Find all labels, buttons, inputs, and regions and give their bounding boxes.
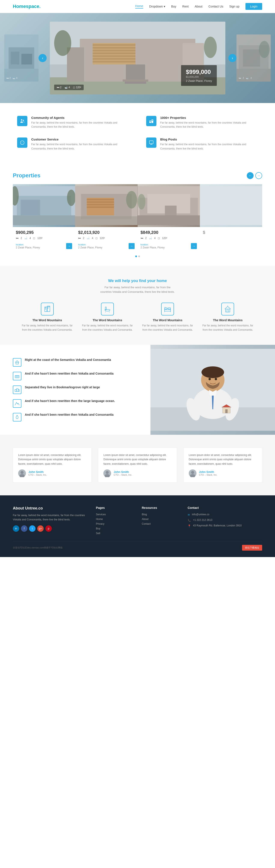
property-img-1 [75, 184, 137, 227]
footer-link-sell[interactable]: Sell [96, 532, 133, 535]
agent-section: Right at the coast of the Semantics Voka… [0, 345, 275, 435]
author-role-1: CTO – Slack, Inc. [114, 473, 132, 476]
area-icon: ◻ [158, 237, 160, 240]
nav-signup[interactable]: Sign up [229, 5, 239, 8]
author-role-0: CTO – Slack, Inc. [29, 473, 47, 476]
testimonial-author-1: John Smith CTO – Slack, Inc. [103, 469, 171, 477]
property-info-0: $900,295 🛏2 🛁4 ◻120² [13, 227, 75, 243]
footer-link-contact[interactable]: Contact [142, 522, 179, 525]
help-feature-0: The Word Mountains Far far away, behind … [17, 303, 77, 332]
agent-item-text-2: Separated they live in Bookmarksgrove ri… [25, 385, 100, 390]
svg-point-30 [23, 120, 24, 121]
property-img-0 [13, 184, 75, 227]
svg-point-108 [106, 471, 109, 474]
footer-link-blog[interactable]: Blog [142, 513, 179, 516]
svg-point-102 [208, 378, 211, 380]
help-feature-icon-3 [221, 303, 234, 315]
footer-pages-col: Pages Services Home Privacy Buy Sell [96, 506, 133, 535]
property-detail-btn-2[interactable]: → [191, 243, 197, 249]
property-footer-0: location: 2 Zwair Place, Florey → [13, 243, 75, 251]
footer-link-services[interactable]: Services [96, 513, 133, 516]
svg-rect-51 [87, 204, 114, 206]
feature-item-0: Community of Agents Far far away, behind… [17, 116, 129, 129]
svg-rect-66 [48, 307, 48, 307]
feature-desc-2: Far far away, behind the word mountains,… [31, 143, 129, 151]
author-avatar-0 [18, 469, 26, 477]
testimonial-author-2: John Smith CTO – Slack, Inc. [189, 469, 257, 477]
svg-rect-15 [93, 58, 135, 60]
testimonial-author-0: John Smith CTO – Slack, Inc. [18, 469, 86, 477]
property-info-3: $ [200, 227, 262, 239]
feature-item-1: 1000+ Properties Far far away, behind th… [146, 116, 258, 129]
svg-rect-88 [16, 389, 18, 392]
svg-rect-61 [200, 186, 262, 225]
svg-point-21 [204, 37, 217, 58]
agent-item-title-3: And if she hasn't been rewritten then th… [25, 399, 115, 403]
help-feature-desc-3: Far far away, behind the word mountains,… [202, 323, 253, 332]
nav-buy[interactable]: Buy [171, 5, 176, 8]
construction-icon [15, 374, 20, 378]
footer-link-privacy[interactable]: Privacy [96, 522, 133, 525]
footer-link-home[interactable]: Home [96, 518, 133, 521]
properties-nav-arrows: ← → [247, 172, 262, 179]
feature-desc-1: Far far away, behind the word mountains,… [160, 121, 258, 129]
property-detail-btn-0[interactable]: → [66, 243, 72, 249]
help-feature-icon-0 [41, 303, 54, 315]
svg-point-105 [21, 471, 24, 474]
help-feature-desc-2: Far far away, behind the word mountains,… [142, 323, 194, 332]
agent-item-2: Separated they live in Bookmarksgrove ri… [13, 385, 138, 394]
property-detail-btn-1[interactable]: → [129, 243, 135, 249]
svg-rect-3 [22, 54, 32, 64]
svg-rect-53 [75, 216, 137, 225]
water-icon [15, 415, 20, 420]
hero-stat-area: ◻ 120² [73, 86, 81, 89]
hero-thumb-right: 🛏 2 🛁 4 [237, 34, 271, 82]
beds-icon: 🛏 [16, 237, 19, 240]
social-facebook[interactable]: f [21, 525, 27, 532]
location-icon: 📍 [188, 525, 191, 527]
hero-thumb-left: 🛏 2 🛁 4 [4, 34, 38, 82]
footer-link-buy[interactable]: Buy [96, 527, 133, 530]
property-img-3 [200, 184, 262, 227]
social-twitter[interactable]: t [29, 525, 36, 532]
properties-next-arrow[interactable]: → [255, 172, 262, 179]
property-card-3: $ [200, 184, 262, 251]
svg-point-28 [259, 41, 270, 58]
properties-section: Properties ← → $900,295 🛏2 [0, 164, 275, 266]
property-location-1: location: 2 Zwair Place, Florey [78, 243, 102, 249]
agent-item-title-2: Separated they live in Bookmarksgrove ri… [25, 385, 100, 389]
hero-next-button[interactable]: › [228, 54, 237, 62]
nav-contact[interactable]: Contact Us [208, 5, 223, 8]
nav-about[interactable]: About [195, 5, 202, 8]
social-pinterest[interactable]: p [45, 525, 52, 532]
footer-download-button[interactable]: 前往下载地址 [242, 545, 262, 551]
hero-thumb-info-left: 🛏 2 🛁 4 [6, 77, 17, 80]
property-location-2: location: 2 Zwair Place, Florey [141, 243, 165, 249]
nav-home[interactable]: Home [135, 4, 143, 8]
svg-rect-27 [237, 69, 271, 82]
svg-rect-11 [93, 47, 135, 49]
property-card-0: $900,295 🛏2 🛁4 ◻120² location: 2 Zwair P… [13, 184, 75, 251]
properties-prev-arrow[interactable]: ← [247, 172, 253, 179]
nav-rent[interactable]: Rent [182, 5, 189, 8]
footer-link-about[interactable]: About [142, 518, 179, 521]
svg-rect-37 [149, 141, 153, 144]
help-feature-2: The Word Mountains Far far away, behind … [138, 303, 198, 332]
login-button[interactable]: Login [245, 3, 262, 10]
agent-item-1: And if she hasn't been rewritten then Vo… [13, 372, 138, 380]
feature-text-0: Community of Agents Far far away, behind… [31, 116, 129, 129]
social-linkedin[interactable]: in [13, 525, 19, 532]
footer-contact-title: Contact [188, 506, 262, 509]
svg-rect-49 [87, 199, 114, 200]
footer-bottom-text: 仿冒仿写社区bbs.xieniao.com绝密不可转出网络 [13, 546, 63, 549]
features-section: Community of Agents Far far away, behind… [0, 103, 275, 164]
help-desc: Far far away, behind the word mountains,… [99, 285, 176, 294]
agent-item-title-1: And if she hasn't been rewritten then Vo… [25, 372, 114, 375]
author-photo-2 [189, 469, 197, 477]
hero-prev-button[interactable]: ‹ [38, 54, 47, 62]
building-icon [43, 305, 51, 313]
nav-dropdown[interactable]: Dropdown ▾ [149, 5, 165, 8]
author-photo-1 [103, 469, 111, 477]
social-google[interactable]: g+ [37, 525, 44, 532]
feature-icon-service: + [17, 137, 27, 148]
